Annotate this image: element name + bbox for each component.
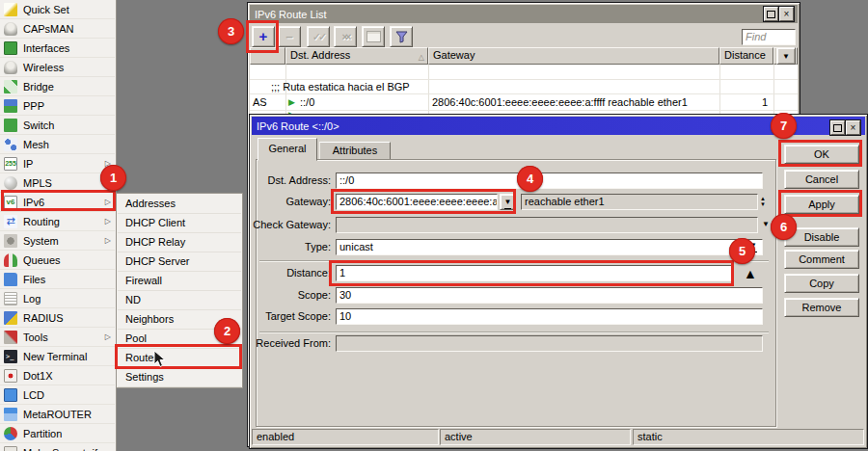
sidebar-item-label: Routing [23,216,60,227]
comment-button[interactable]: Comment [784,250,859,269]
table-row-comment[interactable]: ;;; Ruta estatica hacia el BGP [250,80,798,94]
submenu-item-settings[interactable]: Settings [118,368,241,387]
sidebar: Quick Set CAPsMAN Interfaces Wireless Br… [0,0,117,451]
check-gateway-input[interactable] [336,217,758,233]
sidebar-item-label: Tools [23,332,48,343]
sidebar-item-routing[interactable]: Routing▷ [0,212,115,231]
tab-attributes[interactable]: Attributes [319,142,391,160]
table-row-route[interactable]: AS ▶ ::/0 2806:40c:6001:eeee:eeee:eeee:a… [250,94,798,111]
submenu-item-label: Settings [125,371,164,383]
sidebar-item-queues[interactable]: Queues [0,251,115,270]
annotation-rect-apply-button [778,190,862,217]
files-icon [4,273,17,286]
type-label: Type: [305,239,331,255]
lcd-icon [4,388,17,402]
enable-icon: ✓✓ [312,31,324,43]
sidebar-item-switch[interactable]: Switch [0,116,115,135]
dst-address-label: Dst. Address: [268,172,331,189]
comment-route-button[interactable] [362,26,385,47]
dropdown-icon[interactable]: ▼ [762,220,770,228]
submenu-item-addresses[interactable]: Addresses [118,195,241,214]
sidebar-item-label: Log [23,293,41,305]
sidebar-item-tools[interactable]: Tools▷ [0,328,115,347]
close-button[interactable]: × [779,7,794,21]
sidebar-item-bridge[interactable]: Bridge [0,77,115,96]
queues-icon [4,253,17,267]
find-input[interactable]: Find [742,29,796,45]
scope-label: Scope: [298,287,331,304]
active-route-icon: ▶ [288,94,295,110]
sidebar-item-label: Switch [23,119,54,131]
target-scope-input[interactable]: 10 [336,308,763,325]
disable-route-button[interactable]: ×× [334,26,357,47]
remove-button[interactable]: Remove [784,298,859,317]
annotation-rect-distance-field [329,260,734,286]
submenu-arrow-icon: ▷ [105,236,111,245]
close-button[interactable]: × [846,120,860,135]
sidebar-item-label: CAPsMAN [23,23,74,35]
submenu-item-label: DHCP Relay [125,236,185,248]
distance-up-icon[interactable]: ▲ [744,266,757,281]
sidebar-item-dot1x[interactable]: Dot1X [0,366,115,385]
sidebar-item-wireless[interactable]: Wireless [0,58,115,77]
submenu-item-dhcp-client[interactable]: DHCP Client [118,214,241,233]
scope-input[interactable]: 30 [336,287,763,304]
sidebar-item-label: Dot1X [23,370,53,382]
gateway-stepper[interactable]: ▲ ▼ [760,196,766,207]
type-input[interactable]: unicast [336,239,763,255]
interfaces-icon [4,41,17,55]
close-icon: × [851,123,856,133]
submenu-item-label: Pool [125,332,147,344]
sidebar-item-radius[interactable]: RADIUS [0,308,115,328]
received-from-input[interactable] [336,335,763,352]
sidebar-item-make-supout[interactable]: Make Supout.rif [0,443,115,451]
column-header-distance[interactable]: Distance [719,47,773,65]
gateway-label: Gateway: [286,194,331,210]
sidebar-item-label: Interfaces [23,42,69,54]
sidebar-item-quick-set[interactable]: Quick Set [0,0,115,19]
sidebar-item-interfaces[interactable]: Interfaces [0,39,115,58]
sidebar-item-system[interactable]: System▷ [0,231,115,251]
sidebar-item-files[interactable]: Files [0,270,115,289]
submenu-arrow-icon: ▷ [105,332,111,341]
submenu-item-label: Addresses [125,198,176,209]
sidebar-item-label: RADIUS [23,312,64,324]
submenu-item-dhcp-relay[interactable]: DHCP Relay [118,233,241,252]
enable-route-button[interactable]: ✓✓ [307,26,330,47]
metarouter-icon [4,408,17,421]
submenu-item-firewall[interactable]: Firewall [118,272,241,291]
new-terminal-icon [4,350,17,363]
submenu-item-nd[interactable]: ND [118,291,241,310]
sidebar-item-lcd[interactable]: LCD [0,385,115,405]
sidebar-item-capsman[interactable]: CAPsMAN [0,19,115,39]
submenu-item-dhcp-server[interactable]: DHCP Server [118,252,241,272]
filter-button[interactable] [390,26,413,47]
sort-ascending-icon: △ [419,50,424,65]
mpls-icon [4,176,17,190]
route-list-titlebar[interactable]: IPv6 Route List [250,5,798,23]
column-header-dst-address[interactable]: Dst. Address△ [285,47,428,65]
sidebar-item-label: MPLS [23,177,52,189]
annotation-step-3: 3 [218,18,244,44]
column-select-button[interactable]: ▼ [776,47,796,65]
copy-button[interactable]: Copy [784,274,859,293]
column-header-gateway[interactable]: Gateway [428,47,719,65]
cancel-button[interactable]: Cancel [784,170,859,189]
route-flags: AS [253,94,267,110]
sidebar-item-mesh[interactable]: Mesh [0,135,115,154]
sidebar-item-log[interactable]: Log [0,289,115,308]
ip-icon [4,157,17,171]
sidebar-item-label: System [23,235,59,247]
sidebar-item-ppp[interactable]: PPP [0,96,115,116]
sidebar-item-ip[interactable]: IP▷ [0,154,115,173]
sidebar-item-label: MetaROUTER [23,409,92,420]
sidebar-item-metarouter[interactable]: MetaROUTER [0,405,115,424]
maximize-button[interactable] [764,7,778,21]
annotation-rect-ipv6-menu [1,190,116,211]
maximize-button[interactable] [830,120,845,135]
tab-general[interactable]: General [258,138,317,161]
sidebar-item-partition[interactable]: Partition [0,424,115,443]
remove-route-button[interactable]: − [278,26,301,47]
dst-address-input[interactable]: ::/0 [336,172,763,189]
sidebar-item-new-terminal[interactable]: New Terminal [0,347,115,366]
